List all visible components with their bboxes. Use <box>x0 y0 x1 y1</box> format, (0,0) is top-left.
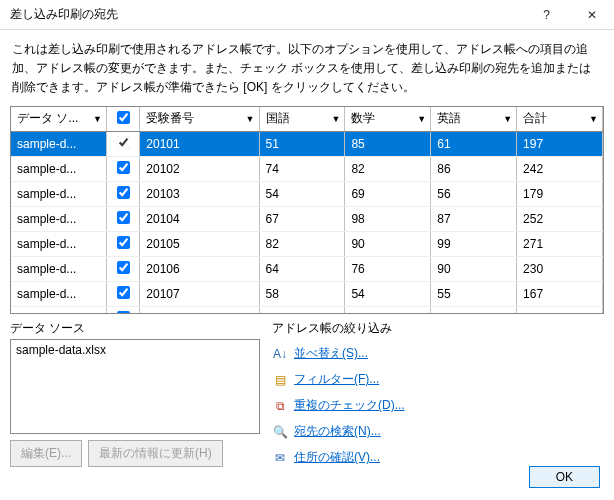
cell-check[interactable] <box>106 257 139 282</box>
chevron-down-icon: ▼ <box>331 114 340 124</box>
cell-eigo: 99 <box>431 232 517 257</box>
window-title: 差し込み印刷の宛先 <box>10 6 524 23</box>
cell-examno: 20104 <box>140 207 259 232</box>
sort-icon: A↓ <box>272 346 288 362</box>
chevron-down-icon: ▼ <box>93 114 102 124</box>
row-checkbox[interactable] <box>117 161 130 174</box>
table-row[interactable]: sample-d...20106647690230 <box>11 257 603 282</box>
cell-kokugo: 54 <box>259 182 345 207</box>
table-row[interactable]: sample-d...20102748286242 <box>11 157 603 182</box>
cell-check[interactable] <box>106 282 139 307</box>
row-checkbox[interactable] <box>117 286 130 299</box>
row-checkbox[interactable] <box>117 236 130 249</box>
filter-link[interactable]: フィルター(F)... <box>294 371 379 388</box>
cell-check[interactable] <box>106 207 139 232</box>
cell-sugaku: 82 <box>345 157 431 182</box>
col-header-kokugo[interactable]: 国語▼ <box>259 107 345 132</box>
cell-examno: 20102 <box>140 157 259 182</box>
close-button[interactable]: ✕ <box>569 0 614 30</box>
cell-sugaku: 98 <box>345 207 431 232</box>
cell-source: sample-d... <box>11 132 106 157</box>
cell-check[interactable] <box>106 157 139 182</box>
cell-check[interactable] <box>106 307 139 314</box>
row-checkbox[interactable] <box>117 261 130 274</box>
refresh-button: 最新の情報に更新(H) <box>88 440 223 467</box>
cell-kokugo: 74 <box>259 307 345 314</box>
cell-goukei: 206 <box>517 307 603 314</box>
ok-button[interactable]: OK <box>529 466 600 488</box>
col-header-eigo[interactable]: 英語▼ <box>431 107 517 132</box>
cell-sugaku: 85 <box>345 132 431 157</box>
cell-sugaku: 69 <box>345 182 431 207</box>
col-header-examno[interactable]: 受験番号▼ <box>140 107 259 132</box>
cell-goukei: 197 <box>517 132 603 157</box>
table-row[interactable]: sample-d...20101518561197 <box>11 132 603 157</box>
data-source-label: データ ソース <box>10 320 260 337</box>
cell-examno: 20101 <box>140 132 259 157</box>
close-icon: ✕ <box>587 8 597 22</box>
cell-source: sample-d... <box>11 257 106 282</box>
sort-link[interactable]: 並べ替え(S)... <box>294 345 368 362</box>
table-row[interactable]: sample-d...20108745775206 <box>11 307 603 314</box>
table-row[interactable]: sample-d...20105829099271 <box>11 232 603 257</box>
duplicate-icon: ⧉ <box>272 398 288 414</box>
help-icon: ? <box>543 8 550 22</box>
cell-examno: 20107 <box>140 282 259 307</box>
cell-check[interactable] <box>106 232 139 257</box>
cell-eigo: 87 <box>431 207 517 232</box>
dialog-description: これは差し込み印刷で使用されるアドレス帳です。以下のオプションを使用して、アドレ… <box>0 30 614 106</box>
cell-kokugo: 51 <box>259 132 345 157</box>
row-checkbox[interactable] <box>117 311 130 314</box>
refine-label: アドレス帳の絞り込み <box>272 320 604 337</box>
address-icon: ✉ <box>272 450 288 466</box>
cell-goukei: 252 <box>517 207 603 232</box>
cell-eigo: 56 <box>431 182 517 207</box>
cell-eigo: 61 <box>431 132 517 157</box>
chevron-down-icon: ▼ <box>503 114 512 124</box>
recipients-grid[interactable]: データ ソ...▼ 受験番号▼ 国語▼ 数学▼ 英語▼ 合計▼ sample-d… <box>10 106 604 314</box>
chevron-down-icon: ▼ <box>589 114 598 124</box>
find-recipient-link[interactable]: 宛先の検索(N)... <box>294 423 381 440</box>
row-checkbox[interactable] <box>117 186 130 199</box>
cell-eigo: 55 <box>431 282 517 307</box>
help-button[interactable]: ? <box>524 0 569 30</box>
cell-goukei: 271 <box>517 232 603 257</box>
cell-sugaku: 57 <box>345 307 431 314</box>
cell-source: sample-d... <box>11 207 106 232</box>
cell-examno: 20105 <box>140 232 259 257</box>
cell-check[interactable] <box>106 132 139 157</box>
check-all[interactable] <box>117 111 130 124</box>
list-item[interactable]: sample-data.xlsx <box>16 343 254 357</box>
table-row[interactable]: sample-d...20107585455167 <box>11 282 603 307</box>
cell-goukei: 179 <box>517 182 603 207</box>
cell-goukei: 167 <box>517 282 603 307</box>
cell-eigo: 75 <box>431 307 517 314</box>
duplicate-link[interactable]: 重複のチェック(D)... <box>294 397 405 414</box>
row-checkbox[interactable] <box>117 211 130 224</box>
edit-button: 編集(E)... <box>10 440 82 467</box>
table-row[interactable]: sample-d...20104679887252 <box>11 207 603 232</box>
cell-examno: 20106 <box>140 257 259 282</box>
col-header-source[interactable]: データ ソ...▼ <box>11 107 106 132</box>
cell-eigo: 90 <box>431 257 517 282</box>
cell-goukei: 230 <box>517 257 603 282</box>
col-header-sugaku[interactable]: 数学▼ <box>345 107 431 132</box>
data-source-listbox[interactable]: sample-data.xlsx <box>10 339 260 434</box>
cell-kokugo: 74 <box>259 157 345 182</box>
search-icon: 🔍 <box>272 424 288 440</box>
col-header-goukei[interactable]: 合計▼ <box>517 107 603 132</box>
chevron-down-icon: ▼ <box>246 114 255 124</box>
cell-source: sample-d... <box>11 232 106 257</box>
cell-kokugo: 64 <box>259 257 345 282</box>
cell-source: sample-d... <box>11 182 106 207</box>
table-row[interactable]: sample-d...20103546956179 <box>11 182 603 207</box>
cell-check[interactable] <box>106 182 139 207</box>
validate-address-link[interactable]: 住所の確認(V)... <box>294 449 380 466</box>
cell-examno: 20108 <box>140 307 259 314</box>
cell-source: sample-d... <box>11 282 106 307</box>
cell-kokugo: 67 <box>259 207 345 232</box>
filter-icon: ▤ <box>272 372 288 388</box>
col-header-checkall[interactable] <box>106 107 139 132</box>
cell-sugaku: 54 <box>345 282 431 307</box>
row-checkbox[interactable] <box>117 136 130 149</box>
